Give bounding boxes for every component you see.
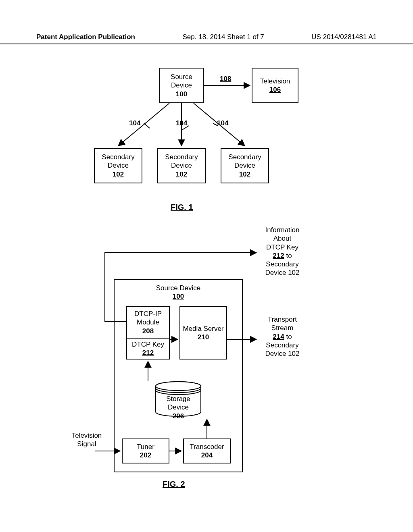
svg-point-1: [156, 382, 201, 391]
fig2-media-server-box: Media Server 210: [179, 306, 227, 360]
ref: 102: [239, 170, 250, 179]
label: Device: [171, 81, 192, 89]
label: Source: [171, 73, 192, 81]
label: DTCP-IP: [134, 310, 162, 318]
ref: 202: [140, 451, 151, 459]
ref: 208: [142, 327, 154, 335]
fig2-dtcp-key-box: DTCP Key 212: [126, 338, 170, 360]
header-left: Patent Application Publication: [36, 33, 135, 41]
ref: 106: [269, 85, 281, 94]
fig1-link-104-label-a: 104: [129, 119, 140, 127]
fig1-secondary-2-box: Secondary Device 102: [157, 148, 206, 183]
label: Secondary: [102, 153, 134, 161]
fig1-television-box: Television 106: [252, 68, 298, 103]
fig1-link-104-label-c: 104: [217, 119, 228, 127]
fig2-caption: FIG. 2: [163, 480, 185, 489]
label: Source Device: [156, 284, 201, 292]
label: Television: [260, 77, 290, 85]
ref: 100: [176, 90, 187, 98]
fig1-source-device-box: Source Device 100: [159, 68, 204, 103]
header-center: Sep. 18, 2014 Sheet 1 of 7: [135, 33, 311, 41]
fig2-tuner-box: Tuner 202: [122, 438, 169, 463]
label: Tuner: [137, 443, 154, 451]
page-header: Patent Application Publication Sep. 18, …: [0, 33, 413, 44]
fig1-link-104-label-b: 104: [176, 119, 187, 127]
fig2-storage-cylinder: Storage Device 206: [155, 381, 202, 417]
label: Module: [137, 318, 159, 326]
ref: 210: [198, 333, 209, 341]
label: DTCP Key: [132, 340, 164, 349]
label: Secondary: [165, 153, 198, 161]
label: Transcoder: [190, 443, 224, 451]
fig2-dtcp-module-box: DTCP-IP Module 208: [126, 306, 170, 338]
ref: 100: [173, 292, 184, 301]
ref: 102: [176, 170, 187, 179]
fig2-transcoder-box: Transcoder 204: [183, 438, 231, 463]
svg-line-6: [144, 123, 150, 128]
ref: 204: [201, 451, 213, 459]
page: Patent Application Publication Sep. 18, …: [0, 0, 413, 532]
label: Device: [155, 403, 202, 411]
header-right: US 2014/0281481 A1: [311, 33, 377, 41]
label: Device: [171, 161, 192, 170]
ref: 212: [142, 349, 154, 357]
svg-line-3: [118, 103, 169, 146]
label: Device: [234, 161, 255, 170]
label: Device: [108, 161, 129, 170]
fig2-info-output-label: Information About DTCP Key 212 to Second…: [258, 226, 307, 277]
fig1-link-108-label: 108: [220, 75, 231, 83]
label: Storage: [155, 395, 202, 403]
fig1-caption: FIG. 1: [171, 203, 193, 212]
label: Media Server: [183, 324, 223, 333]
label: Secondary: [228, 153, 261, 161]
fig2-ts-output-label: Transport Stream 214 to Secondary Device…: [258, 315, 307, 358]
ref: 102: [113, 170, 124, 179]
fig1-secondary-3-box: Secondary Device 102: [221, 148, 269, 183]
fig1-secondary-1-box: Secondary Device 102: [94, 148, 142, 183]
fig2-tv-signal-label: Television Signal: [67, 431, 107, 449]
ref: 206: [155, 412, 202, 420]
